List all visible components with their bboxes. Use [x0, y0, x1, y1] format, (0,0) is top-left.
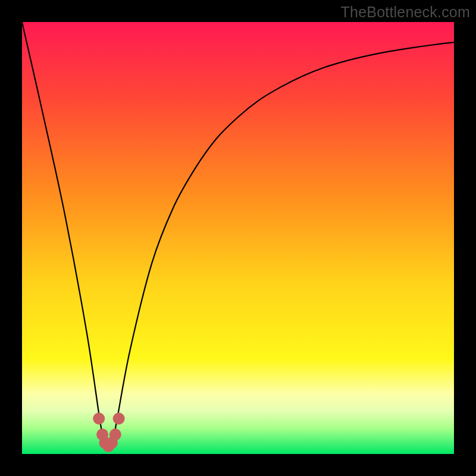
chart-marker: [113, 412, 125, 424]
chart-svg: [22, 22, 454, 454]
chart-background: [22, 22, 454, 454]
chart-frame: TheBottleneck.com: [0, 0, 476, 476]
chart-marker: [109, 428, 121, 440]
plot-area: [22, 22, 454, 454]
watermark-text: TheBottleneck.com: [341, 4, 470, 21]
chart-marker: [93, 412, 105, 424]
